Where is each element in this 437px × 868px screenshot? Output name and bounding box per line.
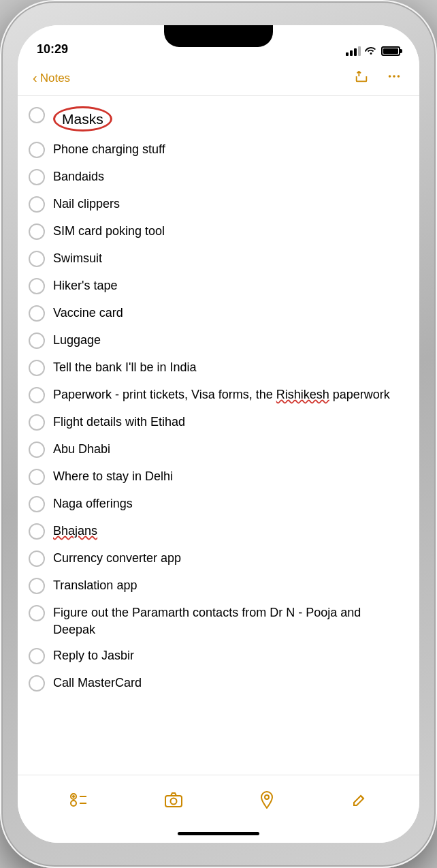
list-item: Nail clippers bbox=[18, 191, 419, 218]
more-button[interactable] bbox=[384, 66, 404, 90]
list-item: Call MasterCard bbox=[18, 670, 419, 697]
list-item: Where to stay in Delhi bbox=[18, 463, 419, 491]
home-indicator bbox=[18, 824, 419, 843]
checkbox[interactable] bbox=[29, 196, 45, 213]
list-item: Phone charging stuff bbox=[18, 136, 419, 164]
item-text: Paperwork - print tickets, Visa forms, t… bbox=[53, 386, 404, 403]
item-text: Naga offerings bbox=[53, 495, 404, 512]
checkbox[interactable] bbox=[29, 496, 45, 512]
status-time: 10:29 bbox=[37, 42, 68, 57]
checkbox[interactable] bbox=[29, 223, 45, 240]
notes-list: Masks Phone charging stuff Bandaids Nail… bbox=[18, 96, 419, 775]
list-item: Figure out the Paramarth contacts from D… bbox=[18, 600, 419, 642]
checkbox[interactable] bbox=[29, 251, 45, 267]
checkbox[interactable] bbox=[29, 675, 45, 692]
checkbox[interactable] bbox=[29, 414, 45, 431]
location-button[interactable] bbox=[254, 786, 280, 814]
phone-frame: 10:29 ‹ bbox=[0, 0, 437, 868]
list-item: Bhajans bbox=[18, 518, 419, 545]
list-item: Flight details with Etihad bbox=[18, 409, 419, 436]
svg-point-4 bbox=[72, 795, 75, 798]
list-item: SIM card poking tool bbox=[18, 218, 419, 245]
item-text: Phone charging stuff bbox=[53, 141, 404, 157]
back-button[interactable]: ‹ Notes bbox=[33, 70, 70, 86]
item-text: Luggage bbox=[53, 332, 404, 348]
nav-bar: ‹ Notes bbox=[18, 61, 419, 96]
list-item: Paperwork - print tickets, Visa forms, t… bbox=[18, 382, 419, 409]
checkbox[interactable] bbox=[29, 360, 45, 376]
svg-point-9 bbox=[170, 798, 176, 804]
list-item: Currency converter app bbox=[18, 545, 419, 572]
checkbox[interactable] bbox=[29, 305, 45, 322]
checkbox[interactable] bbox=[29, 107, 45, 123]
battery-icon bbox=[381, 46, 400, 56]
item-text: Reply to Jasbir bbox=[53, 647, 404, 664]
item-text: Translation app bbox=[53, 577, 404, 593]
checkbox[interactable] bbox=[29, 578, 45, 594]
bottom-toolbar bbox=[18, 775, 419, 824]
checkbox[interactable] bbox=[29, 278, 45, 294]
checkbox[interactable] bbox=[29, 551, 45, 567]
item-text: Currency converter app bbox=[53, 550, 404, 566]
item-text: Abu Dhabi bbox=[53, 441, 404, 457]
home-bar bbox=[178, 832, 259, 835]
checkbox[interactable] bbox=[29, 169, 45, 185]
list-item: Naga offerings bbox=[18, 491, 419, 518]
list-item: Masks bbox=[18, 102, 419, 136]
item-text: Swimsuit bbox=[53, 250, 404, 266]
item-text: Bandaids bbox=[53, 168, 404, 185]
checkbox[interactable] bbox=[29, 441, 45, 458]
list-item: Swimsuit bbox=[18, 245, 419, 273]
item-text: Masks bbox=[53, 106, 404, 131]
checkbox[interactable] bbox=[29, 605, 45, 621]
item-text: Hiker's tape bbox=[53, 277, 404, 294]
underlined-word: Rishikesh bbox=[276, 388, 329, 401]
wifi-icon bbox=[365, 45, 377, 57]
compose-button[interactable] bbox=[346, 786, 373, 813]
item-text: SIM card poking tool bbox=[53, 223, 404, 239]
checkbox[interactable] bbox=[29, 387, 45, 403]
list-item: Luggage bbox=[18, 327, 419, 354]
status-icons bbox=[346, 45, 400, 57]
checkbox[interactable] bbox=[29, 469, 45, 485]
underlined-word: Bhajans bbox=[53, 524, 97, 538]
item-text: Tell the bank I'll be in India bbox=[53, 359, 404, 375]
item-text: Vaccine card bbox=[53, 305, 404, 321]
nav-back-label: Notes bbox=[40, 72, 70, 85]
list-item: Vaccine card bbox=[18, 300, 419, 327]
checkbox[interactable] bbox=[29, 523, 45, 540]
list-item: Abu Dhabi bbox=[18, 436, 419, 463]
nav-actions bbox=[351, 66, 404, 90]
svg-point-10 bbox=[265, 795, 269, 799]
share-button[interactable] bbox=[351, 66, 372, 90]
camera-button[interactable] bbox=[159, 787, 188, 813]
item-text: Bhajans bbox=[53, 523, 404, 539]
list-item: Tell the bank I'll be in India bbox=[18, 354, 419, 382]
notch bbox=[164, 25, 273, 47]
svg-point-0 bbox=[389, 75, 391, 78]
svg-point-2 bbox=[398, 75, 400, 78]
list-item: Translation app bbox=[18, 572, 419, 600]
list-item: Reply to Jasbir bbox=[18, 642, 419, 670]
chevron-left-icon: ‹ bbox=[33, 70, 37, 86]
item-text: Figure out the Paramarth contacts from D… bbox=[53, 604, 404, 638]
item-text: Flight details with Etihad bbox=[53, 414, 404, 430]
list-item: Hiker's tape bbox=[18, 273, 419, 300]
checkbox[interactable] bbox=[29, 142, 45, 158]
signal-icon bbox=[346, 46, 361, 56]
item-text: Nail clippers bbox=[53, 196, 404, 212]
phone-screen: 10:29 ‹ bbox=[18, 25, 419, 843]
svg-point-6 bbox=[71, 801, 76, 806]
item-text: Where to stay in Delhi bbox=[53, 468, 404, 484]
checklist-button[interactable] bbox=[65, 786, 93, 814]
item-text: Call MasterCard bbox=[53, 675, 404, 691]
svg-rect-8 bbox=[165, 796, 182, 807]
checkbox[interactable] bbox=[29, 332, 45, 349]
list-item: Bandaids bbox=[18, 164, 419, 191]
checkbox[interactable] bbox=[29, 648, 45, 664]
svg-point-1 bbox=[393, 75, 395, 78]
